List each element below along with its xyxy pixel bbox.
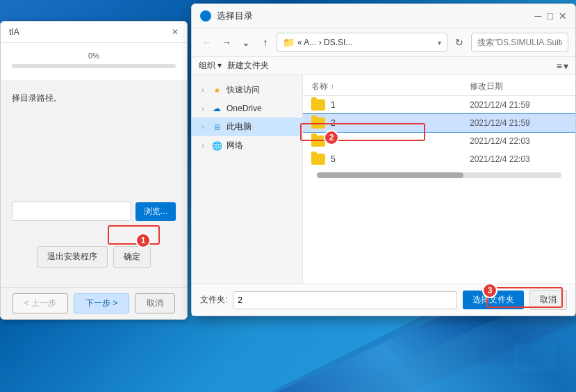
- progress-bar-container: [12, 64, 176, 68]
- svg-rect-4: [513, 343, 555, 371]
- installer-bottom-buttons: 退出安装程序 确定: [1, 238, 187, 276]
- folder-icon: [311, 99, 325, 111]
- file-row-selected[interactable]: 2 2021/12/4 21:59: [303, 114, 575, 132]
- installer-nav-buttons: < 上一步 下一步 > 取消: [1, 287, 187, 319]
- installer-dialog: tIA ✕ 0% 择目录路径。 浏览... 退出安装程序 确定 < 上一步 下一…: [0, 21, 188, 320]
- scrollbar-area: [303, 168, 575, 182]
- expand-icon-network: ›: [199, 142, 207, 150]
- search-input[interactable]: [471, 33, 568, 52]
- folder-icon-5: [311, 154, 325, 165]
- file-date-5: 2021/12/4 22:03: [470, 154, 567, 164]
- back-nav-button[interactable]: ←: [199, 34, 215, 51]
- scrollbar-thumb: [317, 172, 463, 178]
- file-list-header: 名称 ↑ 修改日期: [303, 78, 575, 96]
- installer-path-input[interactable]: [12, 202, 131, 221]
- explorer-main: › ★ 快速访问 › ☁ OneDrive › 🖥 此电脑 › 🌐 网络: [192, 75, 575, 284]
- close-icon[interactable]: ✕: [559, 10, 567, 22]
- file-date: 2021/12/4 21:59: [470, 100, 567, 110]
- expand-icon-computer: ›: [199, 123, 207, 131]
- organize-button[interactable]: 组织 ▾: [199, 60, 222, 72]
- sidebar-nav: › ★ 快速访问 › ☁ OneDrive › 🖥 此电脑 › 🌐 网络: [192, 75, 303, 284]
- installer-title-text: tIA: [9, 27, 19, 37]
- sidebar-item-onedrive[interactable]: › ☁ OneDrive: [192, 99, 302, 117]
- sidebar-label-quickaccess: 快速访问: [227, 84, 260, 96]
- explorer-secondary-toolbar: 组织 ▾ 新建文件夹 ≡ ▾: [192, 57, 575, 75]
- file-name-3: 3: [331, 136, 464, 146]
- col-header-name[interactable]: 名称 ↑: [311, 81, 470, 92]
- explorer-bottom: 文件夹: 选择文件夹 取消: [192, 284, 575, 316]
- forward-nav-button[interactable]: →: [218, 34, 235, 51]
- installer-title-bar: tIA ✕: [1, 22, 187, 43]
- up-nav-button[interactable]: ↑: [257, 34, 274, 51]
- col-header-date[interactable]: 修改日期: [470, 81, 567, 92]
- sidebar-item-network[interactable]: › 🌐 网络: [192, 136, 302, 155]
- address-text: « A... › DS.SI...: [297, 38, 435, 47]
- folder-input[interactable]: [233, 291, 457, 309]
- computer-icon: 🖥: [211, 122, 222, 133]
- folder-label: 文件夹:: [200, 294, 227, 306]
- view-list-icon[interactable]: ≡: [557, 60, 562, 72]
- maximize-icon[interactable]: □: [548, 10, 553, 22]
- file-name-2: 2: [331, 118, 464, 128]
- exit-installer-button[interactable]: 退出安装程序: [37, 246, 108, 268]
- annotation-badge-1: 1: [135, 233, 151, 248]
- installer-progress-area: 0%: [1, 43, 187, 81]
- expand-icon: ›: [199, 86, 207, 95]
- explorer-toolbar: ← → ⌄ ↑ 📁 « A... › DS.SI... ▾ ↻: [192, 28, 575, 57]
- file-date-2: 2021/12/4 21:59: [470, 118, 567, 128]
- progress-label: 0%: [12, 51, 176, 60]
- annotation-badge-2: 2: [324, 130, 339, 145]
- file-name: 1: [331, 100, 464, 110]
- address-folder-icon: 📁: [283, 37, 295, 48]
- address-dropdown-icon[interactable]: ▾: [438, 39, 441, 47]
- cancel-explorer-button[interactable]: 取消: [529, 290, 567, 310]
- installer-content: 择目录路径。 浏览...: [1, 81, 187, 232]
- view-dropdown-icon[interactable]: ▾: [563, 60, 568, 72]
- ok-button[interactable]: 确定: [113, 246, 151, 268]
- folder-icon-3: [311, 136, 325, 147]
- file-list: 名称 ↑ 修改日期 1 2021/12/4 21:59 2 2021/12/4 …: [303, 75, 575, 284]
- file-row[interactable]: 1 2021/12/4 21:59: [303, 96, 575, 114]
- new-folder-button[interactable]: 新建文件夹: [227, 60, 269, 72]
- sidebar-item-computer[interactable]: › 🖥 此电脑: [192, 117, 302, 136]
- annotation-badge-3: 3: [482, 283, 497, 298]
- explorer-title-text: 选择目录: [217, 10, 253, 22]
- sidebar-label-computer: 此电脑: [227, 121, 252, 133]
- horizontal-scrollbar[interactable]: [317, 172, 561, 178]
- sidebar-label-onedrive: OneDrive: [227, 104, 262, 113]
- sidebar-item-quickaccess[interactable]: › ★ 快速访问: [192, 81, 302, 99]
- expand-icon-onedrive: ›: [199, 104, 207, 113]
- next-button[interactable]: 下一步 >: [74, 293, 129, 313]
- dropdown-nav-button[interactable]: ⌄: [238, 34, 254, 51]
- installer-close-icon[interactable]: ✕: [172, 27, 179, 37]
- explorer-title-icon: [200, 10, 211, 22]
- view-buttons: ≡ ▾: [557, 60, 568, 72]
- folder-icon-2: [311, 117, 325, 129]
- explorer-titlebar: 选择目录 ─ □ ✕: [192, 4, 575, 28]
- file-row-3[interactable]: 3 2021/12/4 22:03: [303, 132, 575, 150]
- star-icon: ★: [211, 85, 222, 96]
- browse-button[interactable]: 浏览...: [135, 202, 176, 221]
- file-date-3: 2021/12/4 22:03: [470, 136, 567, 146]
- cloud-icon: ☁: [211, 103, 222, 114]
- refresh-button[interactable]: ↻: [450, 33, 468, 51]
- back-button[interactable]: < 上一步: [13, 293, 68, 313]
- network-icon: 🌐: [211, 140, 222, 152]
- address-bar[interactable]: 📁 « A... › DS.SI... ▾: [277, 33, 447, 52]
- installer-path-label: 择目录路径。: [12, 92, 176, 104]
- file-name-5: 5: [331, 154, 464, 164]
- file-explorer: 选择目录 ─ □ ✕ ← → ⌄ ↑ 📁 « A... › DS.SI... ▾…: [191, 3, 576, 316]
- cancel-installer-button[interactable]: 取消: [135, 293, 175, 313]
- installer-path-row: 浏览...: [12, 202, 176, 221]
- minimize-icon[interactable]: ─: [535, 10, 542, 22]
- file-row-5[interactable]: 5 2021/12/4 22:03: [303, 150, 575, 168]
- sidebar-label-network: 网络: [227, 140, 243, 152]
